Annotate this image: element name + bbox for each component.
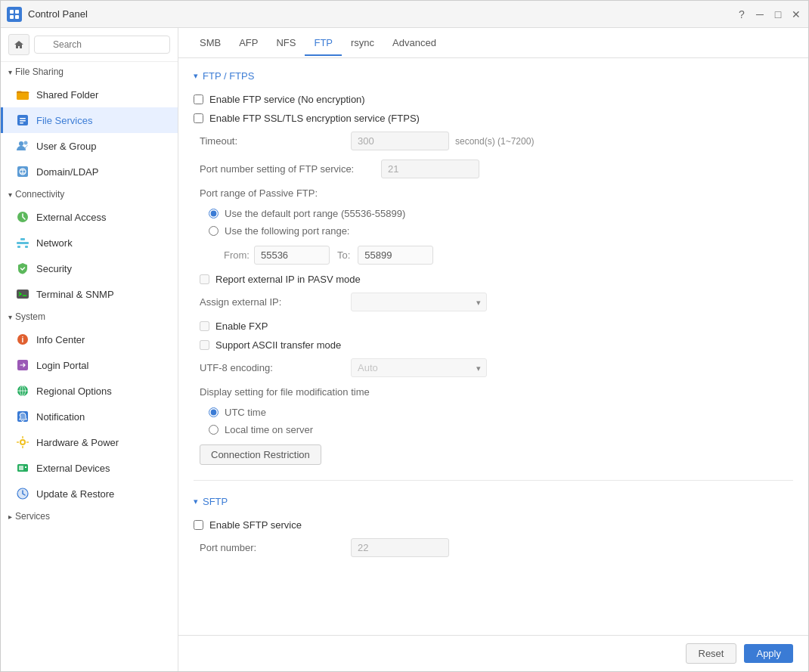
connection-restriction-button[interactable]: Connection Restriction xyxy=(200,444,321,465)
sidebar-item-hardware[interactable]: Hardware & Power xyxy=(1,429,178,455)
sidebar-item-domain-ldap[interactable]: Domain/LDAP xyxy=(1,159,178,184)
sftp-header[interactable]: ▾ SFTP xyxy=(194,496,793,507)
window-title: Control Panel xyxy=(28,8,736,20)
radio-default-range[interactable] xyxy=(209,209,219,218)
tab-bar: SMB AFP NFS FTP rsync Advanced xyxy=(178,28,808,58)
terminal-label: Terminal & SNMP xyxy=(36,289,114,300)
assign-ip-select[interactable] xyxy=(351,293,487,311)
network-icon xyxy=(15,235,30,250)
utf8-label: UTF-8 encoding: xyxy=(200,362,351,373)
system-header[interactable]: ▾ System xyxy=(1,307,178,327)
svg-text:i: i xyxy=(22,336,24,344)
sidebar-item-terminal[interactable]: Terminal & SNMP xyxy=(1,281,178,307)
radio-local-time[interactable] xyxy=(209,425,219,435)
sidebar-item-regional[interactable]: Regional Options xyxy=(1,378,178,404)
control-panel-window: Control Panel ? ─ □ ✕ 🔍 xyxy=(0,0,809,672)
sftp-port-input[interactable] xyxy=(351,538,449,557)
ascii-checkbox[interactable] xyxy=(200,340,209,350)
sidebar-item-file-services[interactable]: File Services xyxy=(1,107,178,133)
sidebar-item-update[interactable]: Update & Restore xyxy=(1,481,178,506)
fxp-checkbox[interactable] xyxy=(200,321,209,331)
sidebar-item-external-devices[interactable]: External Devices xyxy=(1,455,178,481)
from-label: From: xyxy=(224,249,250,261)
svg-rect-21 xyxy=(17,290,29,299)
radio-custom-range[interactable] xyxy=(209,226,219,236)
sidebar-item-shared-folder[interactable]: Shared Folder xyxy=(1,82,178,107)
sidebar-item-info-center[interactable]: i Info Center xyxy=(1,327,178,352)
enable-ftp-row: Enable FTP service (No encryption) xyxy=(194,94,793,105)
sftp-title: SFTP xyxy=(203,496,228,507)
sidebar-item-notification[interactable]: Notification xyxy=(1,404,178,429)
section-divider xyxy=(194,480,793,481)
system-section: ▾ System i Info Center Login Portal xyxy=(1,307,178,506)
network-label: Network xyxy=(36,237,73,249)
regional-icon xyxy=(15,383,30,398)
sidebar-item-external-access[interactable]: External Access xyxy=(1,204,178,230)
svg-rect-20 xyxy=(25,246,28,248)
chevron-icon-services: ▸ xyxy=(8,513,12,521)
tab-afp[interactable]: AFP xyxy=(230,31,267,56)
login-portal-label: Login Portal xyxy=(36,360,88,371)
tab-advanced[interactable]: Advanced xyxy=(383,31,445,56)
port-row: Port number setting of FTP service: xyxy=(194,159,793,178)
login-portal-icon xyxy=(15,358,30,373)
svg-rect-19 xyxy=(17,246,20,248)
minimize-button[interactable]: ─ xyxy=(754,8,766,20)
close-button[interactable]: ✕ xyxy=(790,8,802,20)
chevron-icon-system: ▾ xyxy=(8,313,12,321)
from-input[interactable] xyxy=(254,246,330,265)
to-input[interactable] xyxy=(358,246,433,265)
enable-sftp-checkbox[interactable] xyxy=(194,520,203,530)
enable-ftps-checkbox[interactable] xyxy=(194,113,203,123)
timeout-label: Timeout: xyxy=(200,135,351,147)
system-label: System xyxy=(15,311,45,322)
tab-rsync[interactable]: rsync xyxy=(342,31,383,56)
reset-button[interactable]: Reset xyxy=(686,643,737,664)
user-group-icon xyxy=(15,138,30,153)
utc-row: UTC time xyxy=(209,407,793,418)
maximize-button[interactable]: □ xyxy=(772,8,784,20)
enable-ftp-checkbox[interactable] xyxy=(194,94,203,104)
local-time-row: Local time on server xyxy=(209,424,793,435)
sidebar-item-login-portal[interactable]: Login Portal xyxy=(1,352,178,378)
to-label: To: xyxy=(337,249,350,261)
home-button[interactable] xyxy=(8,34,29,55)
utf8-select[interactable]: Auto xyxy=(351,358,487,377)
sidebar-item-network[interactable]: Network xyxy=(1,230,178,255)
radio-custom-label: Use the following port range: xyxy=(225,225,349,237)
services-header[interactable]: ▸ Services xyxy=(1,506,178,526)
tab-nfs[interactable]: NFS xyxy=(267,31,305,56)
timeout-input[interactable] xyxy=(351,132,449,150)
sidebar-item-security[interactable]: Security xyxy=(1,255,178,281)
shared-folder-label: Shared Folder xyxy=(36,89,98,101)
report-ip-checkbox[interactable] xyxy=(200,274,209,284)
title-bar: Control Panel ? ─ □ ✕ xyxy=(1,1,808,28)
display-setting-row: Display setting for file modification ti… xyxy=(194,386,793,398)
external-devices-label: External Devices xyxy=(36,463,110,474)
svg-rect-34 xyxy=(22,446,23,448)
svg-rect-0 xyxy=(10,10,14,14)
sftp-port-row: Port number: xyxy=(194,538,793,557)
app-icon xyxy=(7,7,22,22)
sftp-port-label: Port number: xyxy=(200,542,351,553)
file-sharing-header[interactable]: ▾ File Sharing xyxy=(1,62,178,82)
svg-rect-38 xyxy=(19,466,23,470)
radio-utc[interactable] xyxy=(209,407,219,417)
connection-restriction-wrap: Connection Restriction xyxy=(194,444,793,465)
tab-smb[interactable]: SMB xyxy=(191,31,230,56)
assign-ip-label: Assign external IP: xyxy=(200,296,351,308)
user-group-label: User & Group xyxy=(36,141,96,152)
search-input[interactable] xyxy=(34,36,170,54)
timeout-hint: second(s) (1~7200) xyxy=(455,136,534,147)
apply-button[interactable]: Apply xyxy=(744,644,793,663)
svg-rect-1 xyxy=(15,10,19,14)
file-sharing-label: File Sharing xyxy=(15,67,64,77)
connectivity-header[interactable]: ▾ Connectivity xyxy=(1,184,178,204)
port-input[interactable] xyxy=(381,159,479,178)
sidebar-item-user-group[interactable]: User & Group xyxy=(1,133,178,159)
file-sharing-section: ▾ File Sharing Shared Folder File Servic… xyxy=(1,62,178,133)
display-setting-label: Display setting for file modification ti… xyxy=(200,386,370,398)
tab-ftp[interactable]: FTP xyxy=(305,31,342,56)
ftp-ftps-header[interactable]: ▾ FTP / FTPS xyxy=(194,70,793,82)
help-button[interactable]: ? xyxy=(736,8,748,20)
